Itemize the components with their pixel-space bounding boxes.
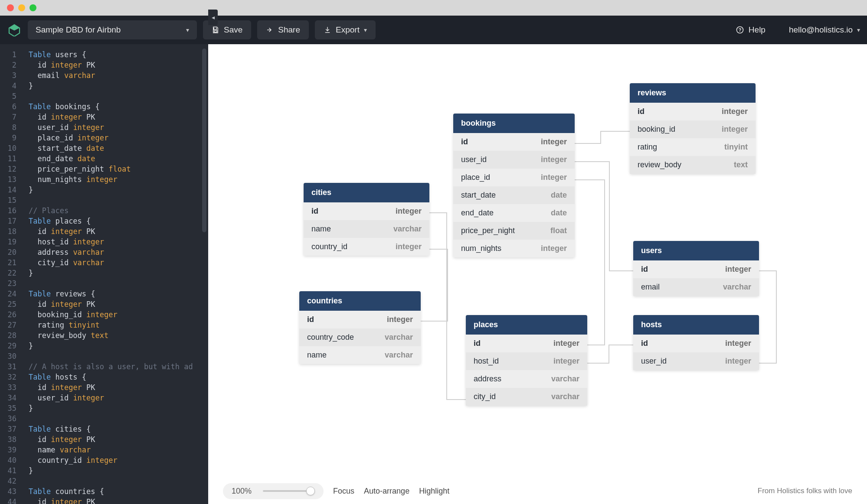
diagram-table-bookings[interactable]: bookingsidintegeruser_idintegerplace_idi… xyxy=(453,114,575,257)
diagram-table-reviews[interactable]: reviewsidintegerbooking_idintegerratingt… xyxy=(630,83,756,174)
column-type: integer xyxy=(725,265,751,274)
column-name: id xyxy=(307,315,314,324)
column-type: integer xyxy=(541,155,567,164)
table-column[interactable]: country_codevarchar xyxy=(299,328,421,346)
table-header[interactable]: cities xyxy=(304,183,429,202)
auto-arrange-button[interactable]: Auto-arrange xyxy=(364,487,409,496)
table-column[interactable]: host_idinteger xyxy=(466,352,587,370)
close-icon[interactable] xyxy=(7,4,14,11)
column-type: integer xyxy=(396,207,422,216)
app-toolbar: Sample DBD for Airbnb ▾ Save Share Expor… xyxy=(0,16,867,44)
chevron-down-icon: ▾ xyxy=(364,26,367,33)
table-header[interactable]: bookings xyxy=(453,114,575,133)
table-column[interactable]: ratingtinyint xyxy=(630,138,756,156)
table-header[interactable]: users xyxy=(633,241,759,260)
save-icon xyxy=(212,26,219,34)
connector[interactable] xyxy=(575,131,630,143)
column-type: integer xyxy=(541,173,567,182)
project-name-label: Sample DBD for Airbnb xyxy=(36,25,121,35)
user-menu[interactable]: hello@holistics.io ▾ xyxy=(789,25,860,35)
table-column[interactable]: emailvarchar xyxy=(633,278,759,296)
help-label: Help xyxy=(749,25,766,35)
table-column[interactable]: idinteger xyxy=(630,103,756,120)
diagram-table-hosts[interactable]: hostsidintegeruser_idinteger xyxy=(633,315,759,370)
column-name: country_id xyxy=(311,242,347,251)
fullscreen-icon[interactable] xyxy=(29,4,36,11)
column-type: varchar xyxy=(393,224,422,234)
zoom-percent-label: 100% xyxy=(232,487,252,496)
connector[interactable] xyxy=(759,271,776,363)
column-type: integer xyxy=(725,357,751,366)
share-label: Share xyxy=(278,25,300,35)
diagram-canvas[interactable]: 100% FocusAuto-arrangeHighlight From Hol… xyxy=(208,44,867,504)
column-name: name xyxy=(311,224,331,234)
minimize-icon[interactable] xyxy=(18,4,25,11)
table-column[interactable]: city_idvarchar xyxy=(466,388,587,406)
svg-marker-1 xyxy=(9,25,20,31)
diagram-table-cities[interactable]: citiesidintegernamevarcharcountry_idinte… xyxy=(304,183,429,256)
save-label: Save xyxy=(224,25,242,35)
zoom-slider[interactable] xyxy=(263,490,315,492)
column-name: id xyxy=(641,265,648,274)
column-type: varchar xyxy=(551,374,579,384)
chevron-left-icon: ◂ xyxy=(212,14,215,21)
column-name: review_body xyxy=(638,160,681,169)
table-header[interactable]: hosts xyxy=(633,315,759,335)
column-name: id xyxy=(641,339,648,348)
collapse-editor-button[interactable]: ◂ xyxy=(208,10,218,25)
column-type: tinyint xyxy=(724,143,748,152)
table-column[interactable]: namevarchar xyxy=(299,346,421,364)
column-name: rating xyxy=(638,143,657,152)
table-column[interactable]: idinteger xyxy=(466,335,587,352)
editor-scrollbar[interactable] xyxy=(202,49,206,232)
column-type: integer xyxy=(722,125,748,134)
diagram-table-users[interactable]: usersidintegeremailvarchar xyxy=(633,241,759,296)
table-column[interactable]: idinteger xyxy=(633,260,759,278)
table-column[interactable]: place_idinteger xyxy=(453,169,575,186)
table-column[interactable]: idinteger xyxy=(453,133,575,151)
table-column[interactable]: price_per_nightfloat xyxy=(453,222,575,240)
highlight-button[interactable]: Highlight xyxy=(419,487,449,496)
share-button[interactable]: Share xyxy=(257,20,309,39)
column-type: integer xyxy=(722,107,748,116)
app-logo-icon[interactable] xyxy=(7,23,22,37)
zoom-thumb[interactable] xyxy=(306,487,315,495)
table-column[interactable]: num_nightsinteger xyxy=(453,240,575,257)
table-column[interactable]: booking_idinteger xyxy=(630,120,756,138)
code-content[interactable]: Table users { id integer PK email varcha… xyxy=(29,49,208,504)
chevron-down-icon: ▾ xyxy=(186,26,189,33)
column-type: integer xyxy=(541,137,567,146)
connector[interactable] xyxy=(587,345,633,363)
export-button[interactable]: Export ▾ xyxy=(315,20,376,39)
table-header[interactable]: countries xyxy=(299,291,421,311)
column-name: id xyxy=(638,107,645,116)
connector[interactable] xyxy=(575,162,633,271)
project-selector[interactable]: Sample DBD for Airbnb ▾ xyxy=(28,20,197,39)
column-type: text xyxy=(734,160,748,169)
table-header[interactable]: reviews xyxy=(630,83,756,103)
table-header[interactable]: places xyxy=(466,315,587,335)
focus-button[interactable]: Focus xyxy=(333,487,354,496)
table-column[interactable]: addressvarchar xyxy=(466,370,587,388)
table-column[interactable]: end_datedate xyxy=(453,204,575,222)
table-column[interactable]: idinteger xyxy=(633,335,759,352)
column-name: name xyxy=(307,351,327,360)
help-button[interactable]: ? Help xyxy=(736,25,766,35)
column-name: id xyxy=(474,339,481,348)
column-name: id xyxy=(461,137,468,146)
code-editor-panel[interactable]: 1234567891011121314151617181920212223242… xyxy=(0,44,208,504)
table-column[interactable]: idinteger xyxy=(304,202,429,220)
diagram-table-places[interactable]: placesidintegerhost_idintegeraddressvarc… xyxy=(466,315,587,406)
table-column[interactable]: start_datedate xyxy=(453,186,575,204)
zoom-control[interactable]: 100% xyxy=(223,483,324,499)
column-name: email xyxy=(641,283,660,292)
table-column[interactable]: idinteger xyxy=(299,311,421,328)
table-column[interactable]: country_idinteger xyxy=(304,238,429,256)
table-column[interactable]: user_idinteger xyxy=(453,151,575,169)
connector[interactable] xyxy=(421,249,448,321)
user-email-label: hello@holistics.io xyxy=(789,25,853,35)
table-column[interactable]: namevarchar xyxy=(304,220,429,238)
diagram-table-countries[interactable]: countriesidintegercountry_codevarcharnam… xyxy=(299,291,421,364)
table-column[interactable]: user_idinteger xyxy=(633,352,759,370)
table-column[interactable]: review_bodytext xyxy=(630,156,756,174)
